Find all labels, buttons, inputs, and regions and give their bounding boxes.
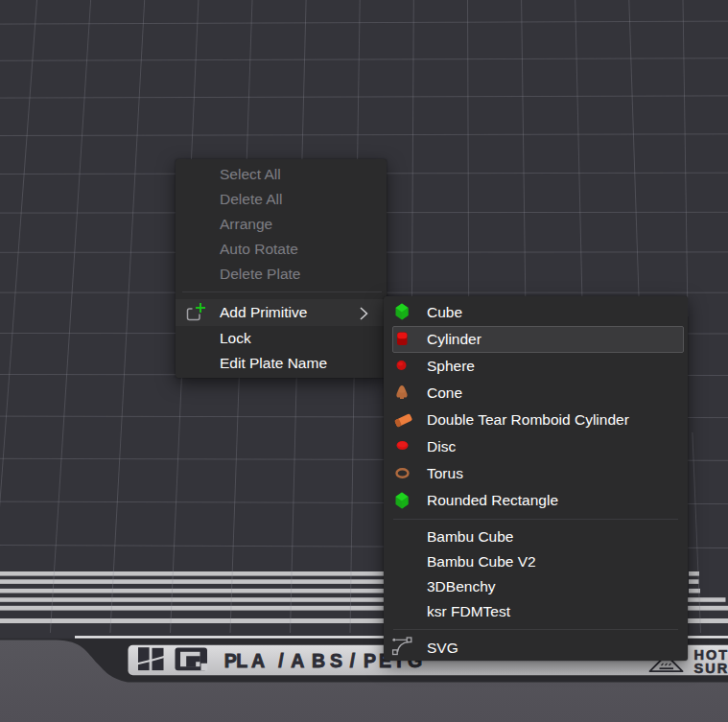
svg-text:SURFACE: SURFACE — [694, 661, 728, 676]
